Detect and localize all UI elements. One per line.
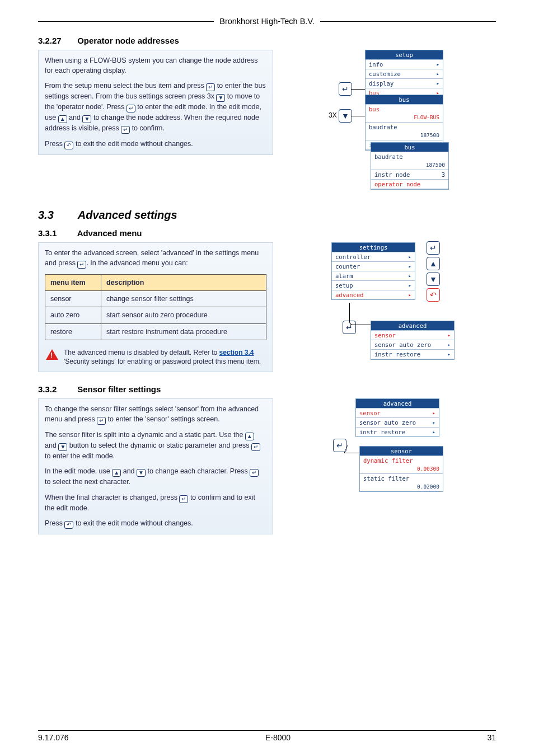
up-button-icon: ▲ [427, 257, 440, 270]
up-key-icon: ▲ [112, 469, 121, 477]
enter-key-icon: ↵ [179, 495, 188, 503]
para: Press ↶ to exit the edit mode without ch… [45, 139, 266, 149]
up-key-icon: ▲ [58, 115, 67, 123]
menu-settings: settings controller▸ counter▸ alarm▸ set… [331, 242, 415, 300]
footer-doc-name: E-8000 [265, 733, 291, 742]
page-footer: 9.17.076 E-8000 31 [38, 730, 496, 742]
header-rule-right [320, 21, 496, 22]
warning-note: The advanced menu is disabled by default… [45, 348, 266, 367]
heading-331: 3.3.1 Advanced menu [38, 228, 496, 238]
enter-key-icon: ↵ [97, 417, 106, 425]
menu-bus-2: bus baudrate 187500 instr node3 operator… [371, 142, 449, 190]
heading-num: 3.3.2 [38, 384, 75, 394]
menu-row: baudrate [371, 152, 448, 161]
menu-title: bus [371, 143, 448, 152]
heading-title: Sensor filter settings [77, 384, 161, 394]
table-header: description [101, 275, 266, 291]
figure-settings-menu: settings controller▸ counter▸ alarm▸ set… [315, 242, 471, 371]
menu-row-selected: sensor▸ [356, 408, 439, 417]
undo-key-icon: ↶ [64, 142, 73, 149]
menu-value: 0.02000 [360, 483, 443, 491]
info-box-3227: When using a FLOW-BUS system you can cha… [38, 50, 273, 155]
menu-row: alarm▸ [332, 271, 415, 280]
heading-33: 3.3 Advanced settings [38, 209, 496, 222]
menu-value: 187500 [371, 161, 448, 170]
enter-key-icon: ↵ [251, 443, 260, 451]
header-rule-left [38, 21, 214, 22]
menu-value: 187500 [366, 132, 443, 140]
menu-title: advanced [356, 399, 439, 408]
menu-advanced: advanced sensor▸ sensor auto zero▸ instr… [371, 321, 455, 360]
footer-page-number: 31 [487, 733, 496, 742]
menu-row: instr node3 [371, 170, 448, 179]
menu-advanced: advanced sensor▸ sensor auto zero▸ instr… [355, 398, 439, 437]
para: In the edit mode, use ▲ and ▼ to change … [45, 466, 266, 487]
menu-row: display▸ [366, 78, 443, 88]
heading-num: 3.3.1 [38, 228, 75, 238]
enter-key-icon: ↵ [206, 83, 215, 91]
menu-row: instr restore▸ [371, 349, 454, 359]
enter-key-icon: ↵ [127, 105, 135, 112]
down-button-icon: ▼ [339, 109, 352, 123]
menu-sensor: sensor dynamic filter 0.00300 static fil… [359, 446, 443, 492]
heading-title: Advanced settings [78, 209, 177, 221]
down-key-icon: ▼ [216, 94, 225, 102]
menu-title: bus [366, 95, 443, 104]
enter-key-icon: ↵ [121, 126, 130, 134]
up-key-icon: ▲ [245, 433, 254, 440]
para: The sensor filter is split into a dynami… [45, 430, 266, 461]
menu-title: settings [332, 243, 415, 252]
enter-key-icon: ↵ [250, 469, 259, 477]
menu-row: customize▸ [366, 69, 443, 78]
menu-row: info▸ [366, 59, 443, 69]
heading-332: 3.3.2 Sensor filter settings [38, 384, 496, 394]
menu-row: counter▸ [332, 261, 415, 271]
menu-row-selected: advanced▸ [332, 290, 415, 299]
header-company: Bronkhorst High-Tech B.V. [214, 17, 320, 26]
para: Press ↶ to exit the edit mode without ch… [45, 518, 266, 529]
para: When using a FLOW-BUS system you can cha… [45, 55, 266, 76]
para: From the setup menu select the bus item … [45, 81, 266, 134]
menu-row: sensor auto zero▸ [371, 340, 454, 349]
para: To enter the advanced screen, select 'ad… [45, 248, 266, 269]
para: When the final character is changed, pre… [45, 492, 266, 513]
footer-doc-id: 9.17.076 [38, 733, 69, 742]
menu-row: static filter [360, 473, 443, 483]
menu-row-selected: sensor▸ [371, 330, 454, 340]
menu-row: setup▸ [332, 280, 415, 290]
menu-row: sensor auto zero▸ [356, 417, 439, 427]
down-key-icon: ▼ [82, 115, 91, 123]
figure-setup-menu: setup info▸ customize▸ display▸ bus▸ ↵ 3… [317, 50, 469, 195]
table-row: auto zerostart sensor auto zero procedur… [45, 307, 266, 323]
enter-key-icon: ↵ [77, 261, 86, 269]
warning-text: The advanced menu is disabled by default… [64, 348, 265, 367]
menu-setup: setup info▸ customize▸ display▸ bus▸ [365, 50, 443, 98]
menu-row: bus [366, 104, 443, 114]
para: To change the sensor filter settings sel… [45, 404, 266, 425]
menu-title: setup [366, 50, 443, 59]
warning-icon [46, 349, 58, 360]
advanced-menu-table: menu itemdescription sensorchange sensor… [45, 274, 266, 340]
page-header: Bronkhorst High-Tech B.V. [38, 17, 496, 26]
menu-title: advanced [371, 321, 454, 330]
undo-key-icon: ↶ [64, 521, 73, 529]
down-key-icon: ▼ [137, 469, 146, 477]
menu-row: baudrate [366, 122, 443, 132]
enter-button-icon: ↵ [427, 241, 440, 255]
menu-row-selected: operator node [371, 179, 448, 189]
table-header: menu item [45, 275, 101, 291]
info-box-331: To enter the advanced screen, select 'ad… [38, 242, 273, 372]
menu-row: controller▸ [332, 252, 415, 261]
figure-sensor-menu: advanced sensor▸ sensor auto zero▸ instr… [329, 398, 457, 499]
heading-num: 3.2.27 [38, 36, 75, 45]
section-link[interactable]: section 3.4 [219, 349, 254, 356]
table-row: restorestart restore instrument data pro… [45, 323, 266, 340]
label-3x: 3X [329, 111, 337, 119]
menu-row: instr restore▸ [356, 427, 439, 436]
menu-value: FLOW-BUS [366, 114, 443, 122]
menu-value: 0.00300 [360, 465, 443, 473]
info-box-332: To change the sensor filter settings sel… [38, 398, 273, 534]
menu-row-selected: dynamic filter [360, 456, 443, 465]
menu-title: sensor [360, 447, 443, 456]
heading-title: Advanced menu [77, 228, 142, 238]
